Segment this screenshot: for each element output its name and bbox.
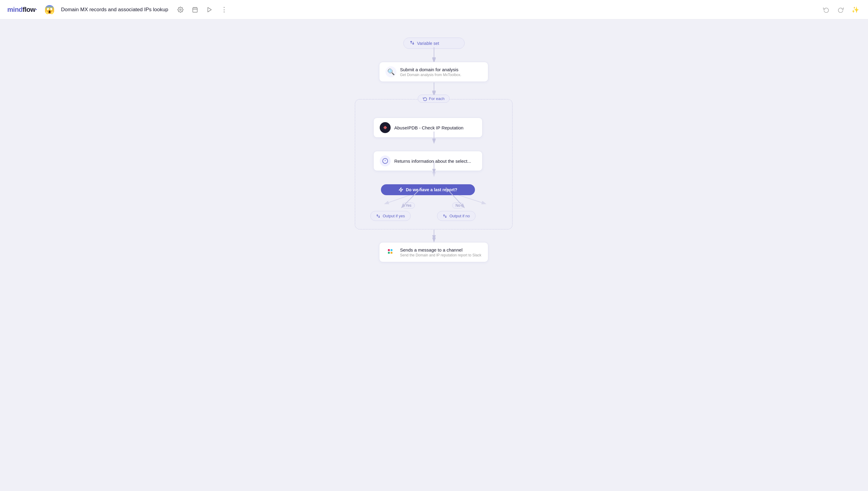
variable-set-node[interactable]: Variable set: [403, 37, 465, 49]
slack-icon: [386, 247, 396, 258]
topbar-actions: ⋮: [176, 5, 229, 15]
submit-domain-icon: 🔍: [386, 66, 396, 77]
output-yes-pill[interactable]: Output if yes: [370, 211, 411, 221]
svg-rect-16: [391, 252, 392, 254]
magic-icon[interactable]: ✨: [850, 4, 861, 15]
topbar: mindflow· 😱 Domain MX records and associ…: [0, 0, 868, 20]
returns-info-text: Returns information about the select...: [394, 158, 471, 164]
slack-sub: Send the Domain and IP reputation report…: [400, 253, 481, 257]
variable-set-label: Variable set: [417, 41, 439, 46]
svg-rect-14: [391, 249, 392, 251]
output-no-label: Output if no: [449, 214, 470, 218]
slack-node[interactable]: Sends a message to a channel Send the Do…: [379, 242, 488, 262]
workflow-emoji: 😱: [44, 4, 55, 15]
slack-title: Sends a message to a channel: [400, 247, 481, 253]
svg-rect-15: [388, 252, 390, 254]
abuseipdb-text: AbuseIPDB - Check IP Reputation: [394, 125, 464, 130]
abuseipdb-icon: [380, 122, 391, 133]
svg-point-0: [179, 9, 181, 10]
undo-icon[interactable]: [821, 4, 832, 15]
calendar-icon[interactable]: [190, 5, 200, 15]
play-icon[interactable]: [205, 5, 215, 15]
returns-info-icon: [380, 155, 391, 166]
foreach-container: For each AbuseIPDB - Check IP Reputation: [355, 99, 512, 229]
submit-domain-node[interactable]: 🔍 Submit a domain for analysis Get Domai…: [379, 62, 488, 82]
settings-icon[interactable]: [176, 5, 185, 15]
svg-marker-12: [399, 187, 403, 192]
output-yes-label: Output if yes: [383, 214, 405, 218]
redo-icon[interactable]: [835, 4, 846, 15]
topbar-right: ✨: [821, 4, 861, 15]
canvas-inner: Variable set 🔍 Submit a domain for analy…: [0, 20, 868, 491]
abuseipdb-title: AbuseIPDB - Check IP Reputation: [394, 125, 464, 130]
no-label: No: [452, 202, 464, 208]
foreach-label: For each: [418, 94, 449, 103]
returns-info-title: Returns information about the select...: [394, 158, 471, 164]
abuseipdb-node[interactable]: AbuseIPDB - Check IP Reputation: [373, 118, 482, 138]
svg-marker-5: [208, 7, 212, 12]
submit-domain-title: Submit a domain for analysis: [400, 67, 461, 72]
decision-node[interactable]: Do we have a last report?: [381, 184, 475, 195]
submit-domain-sub: Get Domain analysis from MxToolbox.: [400, 73, 461, 77]
more-icon[interactable]: ⋮: [219, 5, 229, 15]
canvas: Variable set 🔍 Submit a domain for analy…: [0, 20, 868, 491]
svg-rect-13: [388, 249, 390, 251]
logo: mindflow·: [7, 6, 37, 13]
variable-set-icon: [410, 40, 415, 46]
slack-text: Sends a message to a channel Send the Do…: [400, 247, 481, 257]
workflow-title: Domain MX records and associated IPs loo…: [61, 7, 168, 13]
yes-label: Yes: [402, 202, 415, 208]
svg-rect-1: [193, 7, 197, 12]
returns-info-node[interactable]: Returns information about the select...: [373, 151, 482, 171]
output-no-pill[interactable]: Output if no: [437, 211, 476, 221]
submit-domain-text: Submit a domain for analysis Get Domain …: [400, 67, 461, 77]
decision-label: Do we have a last report?: [406, 187, 457, 192]
